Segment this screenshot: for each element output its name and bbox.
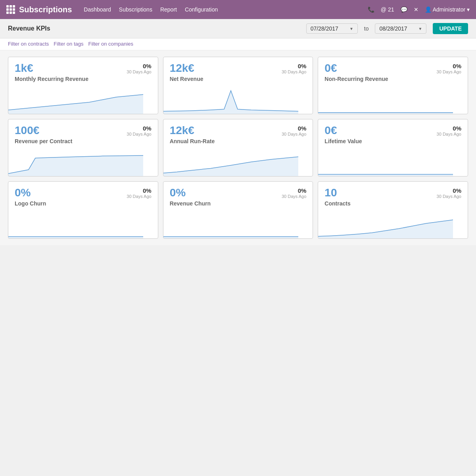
kpi-header-4: 12k€ 0% 30 Days Ago [170,125,307,136]
kpi-header-8: 10 0% 30 Days Ago [324,187,461,199]
kpi-percent-7: 0% [282,187,306,194]
filter-bar: Revenue KPIs 07/28/2017 ▼ to 08/28/2017 … [0,19,476,38]
filter-contracts[interactable]: Filter on contracts [8,41,49,47]
kpi-label-4: Annual Run-Rate [170,138,307,144]
kpi-percent-1: 0% [282,63,306,69]
nav-configuration[interactable]: Configuration [185,5,218,14]
nav-dashboard[interactable]: Dashboard [84,5,111,14]
kpi-card-5[interactable]: 0€ 0% 30 Days Ago Lifetime Value [318,119,468,177]
settings-icon[interactable]: ✕ [414,6,418,13]
kpi-label-0: Monthly Recurring Revenue [15,76,152,82]
to-label: to [364,25,369,32]
kpi-days-8: 30 Days Ago [437,194,461,199]
kpi-days-2: 30 Days Ago [437,69,461,74]
date-from-input[interactable]: 07/28/2017 ▼ [306,23,358,34]
kpi-value-1: 12k€ [170,63,194,74]
kpi-card-7[interactable]: 0% 0% 30 Days Ago Revenue Churn [163,181,313,239]
brand-label: Subscriptions [19,5,72,14]
kpi-percent-3: 0% [127,125,151,132]
user-menu[interactable]: 👤 Administrator ▾ [425,6,470,13]
kpi-percent-4: 0% [282,125,306,132]
kpi-chart-0 [8,88,143,114]
kpi-chart-5 [318,150,453,176]
kpi-percent-5: 0% [437,125,461,132]
navbar-right: 📞 @ 21 💬 ✕ 👤 Administrator ▾ [368,6,470,13]
kpi-chart-4 [163,150,298,176]
kpi-days-0: 30 Days Ago [127,69,151,74]
kpi-days-7: 30 Days Ago [282,194,306,199]
kpi-days-5: 30 Days Ago [437,132,461,136]
kpi-card-2[interactable]: 0€ 0% 30 Days Ago Non-Recurring Revenue [318,57,468,114]
brand: Subscriptions [6,5,72,14]
update-button[interactable]: UPDATE [433,23,468,34]
date-to-input[interactable]: 08/28/2017 ▼ [375,23,426,34]
kpi-header-0: 1k€ 0% 30 Days Ago [15,63,152,74]
filter-companies[interactable]: Filter on companies [88,41,133,47]
date-to-arrow: ▼ [418,27,422,31]
notification-count[interactable]: @ 21 [381,6,394,13]
kpi-label-7: Revenue Churn [170,200,307,207]
kpi-value-6: 0% [15,187,31,198]
kpi-card-1[interactable]: 12k€ 0% 30 Days Ago Net Revenue [163,57,313,114]
kpi-percent-6: 0% [127,187,151,194]
navbar-menu: Dashboard Subscriptions Report Configura… [84,5,367,14]
kpi-card-6[interactable]: 0% 0% 30 Days Ago Logo Churn [8,181,158,239]
kpi-grid: 1k€ 0% 30 Days Ago Monthly Recurring Rev… [8,57,468,239]
kpi-label-6: Logo Churn [15,200,152,207]
page-title: Revenue KPIs [8,25,300,32]
kpi-chart-6 [8,213,143,238]
kpi-card-8[interactable]: 10 0% 30 Days Ago Contracts [318,181,468,239]
kpi-chart-3 [8,150,143,176]
kpi-days-4: 30 Days Ago [282,132,306,136]
kpi-label-5: Lifetime Value [324,138,461,144]
kpi-section: 1k€ 0% 30 Days Ago Monthly Recurring Rev… [0,50,476,245]
date-from-arrow: ▼ [349,27,353,31]
kpi-label-8: Contracts [324,200,461,207]
kpi-days-6: 30 Days Ago [127,194,151,199]
kpi-header-6: 0% 0% 30 Days Ago [15,187,152,199]
kpi-card-0[interactable]: 1k€ 0% 30 Days Ago Monthly Recurring Rev… [8,57,158,114]
phone-icon[interactable]: 📞 [368,6,374,13]
kpi-value-4: 12k€ [170,125,194,136]
kpi-value-7: 0% [170,187,186,198]
kpi-card-4[interactable]: 12k€ 0% 30 Days Ago Annual Run-Rate [163,119,313,177]
kpi-header-2: 0€ 0% 30 Days Ago [324,63,461,74]
kpi-days-1: 30 Days Ago [282,69,306,74]
kpi-chart-8 [318,213,453,238]
kpi-chart-7 [163,213,298,238]
kpi-header-5: 0€ 0% 30 Days Ago [324,125,461,136]
kpi-card-3[interactable]: 100€ 0% 30 Days Ago Revenue per Contract [8,119,158,177]
kpi-percent-8: 0% [437,187,461,194]
kpi-chart-1 [163,88,298,114]
kpi-chart-2 [318,88,453,114]
kpi-value-0: 1k€ [15,63,33,74]
filter-tags[interactable]: Filter on tags [54,41,83,47]
kpi-value-3: 100€ [15,125,39,136]
nav-subscriptions[interactable]: Subscriptions [119,5,152,14]
nav-report[interactable]: Report [160,5,177,14]
chat-icon[interactable]: 💬 [401,6,407,13]
kpi-value-2: 0€ [324,63,337,74]
kpi-header-1: 12k€ 0% 30 Days Ago [170,63,307,74]
kpi-label-2: Non-Recurring Revenue [324,76,461,82]
kpi-header-7: 0% 0% 30 Days Ago [170,187,307,199]
kpi-days-3: 30 Days Ago [127,132,151,136]
kpi-header-3: 100€ 0% 30 Days Ago [15,125,152,136]
kpi-label-1: Net Revenue [170,76,307,82]
kpi-percent-2: 0% [437,63,461,69]
navbar: Subscriptions Dashboard Subscriptions Re… [0,0,476,19]
kpi-percent-0: 0% [127,63,151,69]
kpi-label-3: Revenue per Contract [15,138,152,144]
filter-links: Filter on contracts Filter on tags Filte… [0,38,476,50]
kpi-value-5: 0€ [324,125,337,136]
kpi-value-8: 10 [324,187,337,198]
grid-icon[interactable] [6,5,15,14]
